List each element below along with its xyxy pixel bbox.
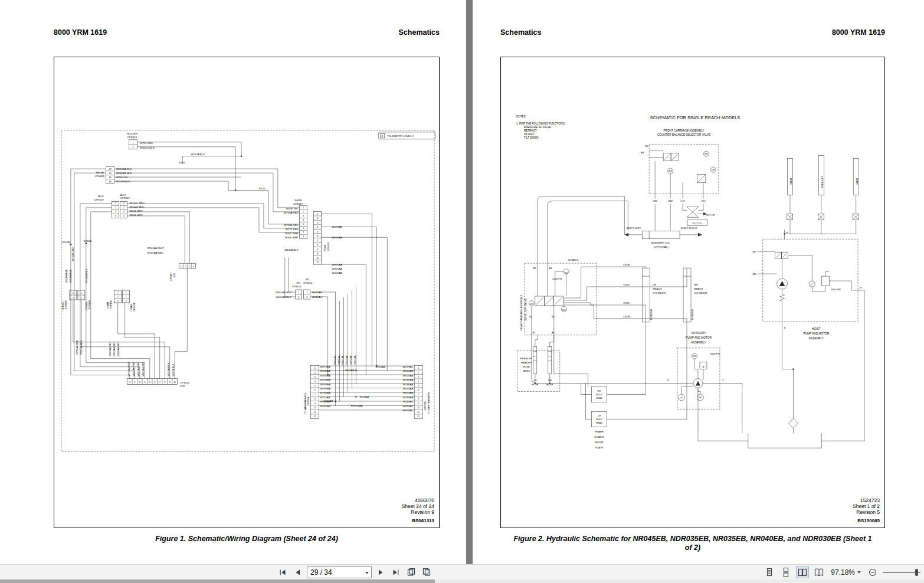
page-number-input[interactable]: 29 / 34 — [307, 566, 372, 578]
diagram-label: W010BA BLK — [116, 168, 132, 171]
connector-pin-number: 9 — [418, 402, 419, 405]
diagram-label: B2 — [533, 267, 536, 270]
diagram-label: CPS414 — [292, 285, 302, 288]
connector-pin-number: 6 — [317, 235, 318, 237]
diagram-label: HEAD — [596, 397, 602, 399]
connector-pin-number: 1 — [117, 292, 119, 294]
connector-pin-number: 1 — [418, 367, 419, 369]
connector-pin-number: 1 — [129, 381, 130, 384]
diagram-label: W286AA — [403, 383, 413, 386]
diagram-label: W010AA — [332, 236, 342, 239]
page-number-value[interactable]: 29 / 34 — [310, 568, 332, 577]
zoom-dropdown-caret-icon[interactable] — [857, 571, 861, 574]
two-page-view-button[interactable] — [796, 566, 809, 578]
figure1-caption-text: Figure 1. Schematic/Wiring Diagram (Shee… — [155, 535, 338, 543]
diagram-label: W113AC — [403, 400, 413, 403]
previous-page-button[interactable] — [291, 566, 304, 578]
diagram-label: W033AA — [403, 387, 413, 390]
connector: 1234 — [112, 201, 119, 218]
hydraulic-junctions — [535, 233, 794, 384]
connector: 1234 — [120, 201, 127, 218]
diagram-label: W010AC — [312, 296, 323, 299]
zoom-slider-thumb[interactable] — [915, 569, 918, 576]
diagram-label: BULK — [596, 418, 602, 421]
connector: 87308586 — [106, 167, 114, 184]
diagram-label: W102D BLK — [130, 205, 144, 208]
diagram-label: CYLINDER — [694, 292, 707, 294]
connector-pin-number: 4 — [144, 381, 145, 384]
diagram-label: TILT UP — [706, 214, 715, 217]
diagram-label: W102AA BLK — [80, 340, 83, 355]
diagram-label: S102A — [62, 241, 70, 244]
diagram-label: W721 RED — [286, 228, 299, 231]
connector-pin-number: 7 — [317, 240, 318, 242]
diagram-label: REACH — [694, 287, 703, 290]
diagram-label: CHASIS — [594, 435, 604, 438]
diagram-label: W102B BLK — [116, 180, 130, 183]
connector-pin-number: 12 — [316, 261, 319, 264]
book-view-button[interactable] — [812, 566, 825, 578]
diagram-label: S5 LEFT — [524, 133, 535, 136]
first-page-button[interactable] — [276, 566, 289, 578]
diagram-label: W285AA — [403, 378, 413, 381]
diagram-label: W102A BLK — [191, 153, 205, 156]
connector-pin-number: 2 — [81, 297, 82, 299]
zoom-level-control[interactable]: 97.18% — [829, 568, 863, 577]
diagram-label: A1 — [552, 331, 555, 334]
diagram-label: W900AA — [332, 267, 342, 270]
horizontal-scrollbar-thumb[interactable] — [0, 579, 435, 583]
section-header: Schematics — [500, 28, 541, 37]
previous-view-button[interactable] — [405, 566, 418, 578]
pdf-toolbar: 29 / 34 97.18% — [0, 564, 924, 579]
zoom-level-value[interactable]: 97.18% — [831, 568, 855, 577]
connector-pin-number: 3 — [115, 211, 116, 213]
single-page-view-button[interactable] — [763, 566, 776, 578]
connector: 12345678 — [300, 205, 307, 238]
diagram-label: S720A — [84, 240, 91, 243]
connector-pin-number: 1 — [81, 292, 82, 294]
diagram-label: S113AA — [359, 395, 369, 398]
zoom-slider[interactable] — [883, 568, 920, 577]
connector-pin-number: 6 — [303, 227, 304, 230]
diagram-label: W720AA RED — [127, 362, 130, 376]
figure2-doc-info: 1524723 Sheet 1 of 2 Revision 5 BS150085 — [853, 497, 880, 524]
diagram-label: G — [681, 396, 683, 399]
connector: 123 — [114, 290, 122, 303]
sheet-number: Sheet 1 of 2 — [853, 503, 880, 509]
diagram-label: RELAY — [96, 171, 104, 174]
last-page-button[interactable] — [389, 566, 402, 578]
connector-pin-number: 11 — [314, 411, 316, 414]
next-view-button[interactable] — [420, 566, 433, 578]
view-zoom-group: 97.18% — [763, 565, 920, 579]
diagram-label: W903AA WHT — [113, 341, 116, 356]
diagram-label: MAIN — [789, 178, 792, 184]
horizontal-scrollbar[interactable] — [0, 579, 924, 583]
connector-pin-number: 2 — [185, 266, 186, 268]
connector-pin-number: 3 — [314, 376, 316, 378]
diagram-label: W780AA — [403, 396, 413, 399]
diagram-label: W093AA — [320, 383, 330, 386]
diagram-label: P — [667, 379, 669, 382]
diagram-label: CR1L — [623, 302, 630, 304]
page-dropdown-caret-icon[interactable] — [365, 572, 369, 574]
diagram-label: CPS401 — [327, 242, 330, 251]
diagram-label: FREE LIFT — [821, 175, 824, 188]
wire-junctions — [70, 155, 378, 406]
zoom-out-button[interactable] — [866, 566, 879, 578]
diagram-label: S2 — [529, 315, 533, 318]
connector-pin-number: 87 — [109, 168, 112, 171]
connector-pin-number: 5 — [314, 385, 316, 387]
diagram-label: REACH — [653, 287, 661, 290]
diagram-label: CPS416 — [127, 136, 137, 139]
connector-pin-number: 6 — [154, 381, 155, 384]
connector-pin-number: 2 — [134, 381, 135, 384]
connector-pin-number: 7 — [159, 381, 160, 384]
connector-pin-number: 7 — [418, 394, 419, 396]
hydraulic-diagram: SCHEMATIC FOR SINGLE REACH MODELSNOTES:1… — [501, 57, 884, 528]
connector-pin-number: 3 — [418, 376, 419, 378]
diagram-label: W010AC — [333, 355, 336, 365]
diagram-label: W905AB WHT — [148, 247, 165, 250]
continuous-view-button[interactable] — [779, 566, 792, 578]
diagram-label: S — [784, 326, 786, 329]
next-page-button[interactable] — [374, 566, 387, 578]
